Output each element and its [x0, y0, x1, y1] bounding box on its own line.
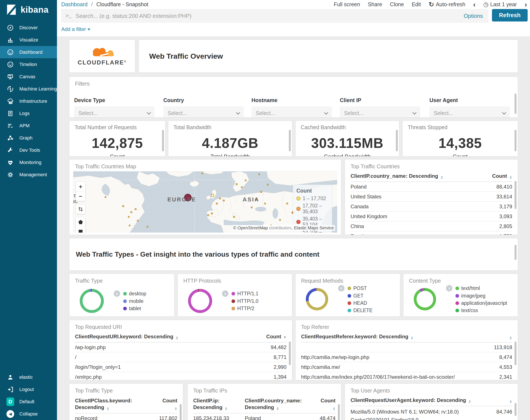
sidebar-item-logout[interactable]: Logout [0, 383, 57, 395]
traffic-type-donut[interactable] [80, 289, 104, 313]
share-button[interactable]: Share [368, 1, 382, 8]
column-header-user-agent[interactable]: ClientRequestUserAgent.keyword: Descendi… [351, 397, 482, 403]
table-row[interactable]: /8,771 [75, 352, 286, 362]
chevron-down-icon [324, 110, 328, 114]
time-forward-icon[interactable]: › [525, 1, 527, 8]
legend-dot [123, 292, 127, 296]
sidebar-item-machine-learning[interactable]: Machine Learning [0, 83, 57, 95]
sidebar-item-default-space[interactable]: D Default [0, 395, 57, 408]
table-row[interactable]: United Kingdom3,093 [351, 211, 512, 221]
scrollbar[interactable] [515, 245, 516, 260]
column-header-count[interactable]: ▲▼ [480, 334, 512, 340]
sidebar-item-apm[interactable]: APM [0, 120, 57, 132]
scrollbar[interactable] [289, 130, 291, 151]
country-select[interactable]: Select... [163, 106, 244, 118]
zoom-in-button[interactable]: + [76, 182, 85, 192]
table-row[interactable]: 113,918 [301, 342, 512, 352]
scrollbar[interactable] [515, 403, 516, 416]
auto-refresh-button[interactable]: ↻ Auto-refresh [429, 1, 466, 8]
table-row[interactable]: Canada3,179 [351, 202, 512, 211]
column-header-referer[interactable]: ClientRequestReferer.keyword: Descending… [301, 334, 480, 340]
table-row[interactable]: China2,805 [351, 221, 512, 231]
scrollbar[interactable] [515, 93, 516, 114]
sidebar-item-infrastructure[interactable]: Infrastructure [0, 95, 57, 107]
column-header-count[interactable]: Count▲▼ [312, 397, 336, 411]
sidebar-item-dev-tools[interactable]: Dev Tools [0, 144, 57, 156]
table-row[interactable]: /wp-login.php94,482 [75, 342, 286, 352]
table-row[interactable]: noRecord117,802 [75, 413, 177, 420]
sidebar-item-canvas[interactable]: Canvas [0, 71, 57, 83]
scrollbar[interactable] [515, 342, 516, 365]
refresh-button[interactable]: Refresh [492, 9, 528, 21]
table-row[interactable]: Mozilla/5.0 (Windows NT 6.1; WOW64; rv:1… [351, 406, 512, 420]
device-type-select[interactable]: Select... [74, 106, 155, 118]
column-header-count[interactable]: ▲▼ [482, 397, 512, 403]
legend-expand-icon[interactable]: › [114, 290, 120, 297]
table-row[interactable]: /login/?login_only=12,990 [75, 362, 286, 372]
table-row[interactable]: http://camilia.me/index.php/2017/06/17/w… [301, 372, 512, 380]
scrollbar[interactable] [515, 181, 516, 209]
sort-icon: ▲▼ [509, 175, 512, 179]
map-viewport[interactable]: EUROPE ASIA TH IC + − [73, 171, 337, 233]
column-header-count[interactable]: Count▲▼ [476, 173, 512, 179]
sidebar-item-discover[interactable]: Discover [0, 21, 57, 34]
time-range-picker[interactable]: ◷ Last 1 year [483, 1, 517, 8]
legend-expand-icon[interactable]: › [338, 285, 344, 291]
edit-button[interactable]: Edit [412, 1, 421, 8]
add-filter-link[interactable]: Add a filter + [61, 26, 90, 32]
search-input[interactable] [76, 13, 464, 19]
full-screen-button[interactable]: Full screen [334, 1, 360, 8]
time-back-icon[interactable]: ‹ [473, 1, 475, 8]
sidebar-item-label: Collapse [19, 411, 38, 417]
table-row[interactable]: 185.234.218.33 Poland 48,474 [193, 413, 336, 420]
sidebar-item-label: Machine Learning [19, 86, 57, 92]
sidebar-item-management[interactable]: Management [0, 168, 57, 181]
draw-polygon-button[interactable] [76, 217, 85, 227]
table-row[interactable]: /xmlrpc.php1,394 [75, 372, 286, 380]
column-header-country[interactable]: ClientIP.country_name: Descending▲▼ [243, 397, 312, 411]
sidebar-item-user-elastic[interactable]: elastic [0, 371, 57, 383]
table-row[interactable]: United States33,614 [351, 192, 512, 202]
draw-rectangle-button[interactable] [76, 227, 85, 233]
table-row[interactable]: http://camilia.me/wp-login.php8,474 [301, 352, 512, 362]
sidebar-item-logs[interactable]: Logs [0, 107, 57, 120]
legend-expand-icon[interactable]: › [446, 285, 452, 291]
table-row[interactable]: Poland88,410 [351, 182, 512, 192]
column-header-country[interactable]: ClientIP.country_name: Descending▲▼ [351, 173, 476, 179]
sidebar-item-monitoring[interactable]: Monitoring [0, 156, 57, 168]
scrollbar[interactable] [289, 342, 291, 365]
scrollbar[interactable] [396, 130, 398, 151]
column-header-uri[interactable]: ClientRequestURI.keyword: Descending▲▼ [75, 334, 248, 340]
clone-button[interactable]: Clone [390, 1, 404, 8]
column-header-ipclass[interactable]: ClientIPClass.keyword: Descending▲▼ [75, 397, 149, 411]
http-protocols-donut[interactable] [188, 289, 212, 313]
user-agent-select[interactable]: Select... [429, 106, 510, 118]
fit-bounds-button[interactable] [76, 204, 85, 214]
sidebar-item-graph[interactable]: Graph [0, 132, 57, 144]
ems-link[interactable]: Elastic Maps Service [294, 225, 334, 230]
zoom-out-button[interactable]: − [76, 192, 85, 201]
request-methods-donut[interactable] [306, 288, 328, 310]
osm-link[interactable]: © OpenStreetMap [233, 225, 268, 230]
scrollbar[interactable] [162, 130, 164, 151]
kibana-logo[interactable]: kibana [0, 0, 57, 18]
column-header-count[interactable]: Count▼ [248, 334, 286, 340]
table-row[interactable]: http://camilia.me/4,553 [301, 362, 512, 372]
scrollbar[interactable] [180, 404, 182, 420]
table-row[interactable]: Russia1,759 [351, 231, 512, 235]
column-header-count[interactable]: Count▲▼ [149, 397, 177, 411]
options-link[interactable]: Options [464, 13, 483, 19]
scrollbar[interactable] [338, 404, 340, 420]
client-ip-select[interactable]: Select... [340, 106, 420, 118]
sidebar-item-collapse[interactable]: ◀ Collapse [0, 408, 57, 420]
sidebar-item-dashboard[interactable]: Dashboard [0, 46, 57, 58]
sidebar-item-visualize[interactable]: Visualize [0, 34, 57, 46]
column-header-ip[interactable]: ClientIP.ip: Descending▲▼ [193, 397, 243, 411]
scrollbar[interactable] [515, 130, 516, 151]
hostname-select[interactable]: Select... [251, 106, 332, 118]
sidebar-item-timelion[interactable]: Timelion [0, 58, 57, 71]
sidebar-nav: Discover Visualize Dashboard Timelion Ca… [0, 21, 57, 181]
legend-expand-icon[interactable]: › [222, 290, 228, 297]
content-type-donut[interactable] [414, 288, 436, 310]
breadcrumb-dashboard-link[interactable]: Dashboard [61, 1, 88, 7]
